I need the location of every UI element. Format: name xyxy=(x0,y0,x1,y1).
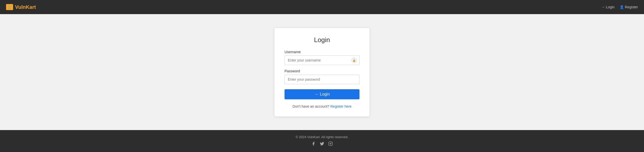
login-card: Login Username 🔒 Password → Login xyxy=(274,28,370,117)
svg-rect-2 xyxy=(329,142,333,146)
login-arrow-icon: → xyxy=(601,5,605,9)
navbar: 🛒 VulnKart → Login 👤 Register xyxy=(0,0,644,14)
login-title: Login xyxy=(285,36,359,44)
instagram-icon[interactable] xyxy=(328,141,333,147)
brand-icon: 🛒 xyxy=(6,4,13,10)
login-button-label: Login xyxy=(320,92,330,97)
main-content: Login Username 🔒 Password → Login xyxy=(0,14,644,130)
password-input[interactable] xyxy=(285,75,359,84)
nav-login-label: Login xyxy=(606,5,615,9)
username-lock-icon: 🔒 xyxy=(351,57,357,63)
password-input-wrapper xyxy=(285,75,359,84)
nav-login-link[interactable]: → Login xyxy=(601,5,615,9)
facebook-icon[interactable] xyxy=(311,141,316,147)
username-input-wrapper: 🔒 xyxy=(285,55,359,65)
footer: © 2024 VulnKart. All rights reserved. xyxy=(0,130,644,152)
twitter-icon[interactable] xyxy=(320,141,324,147)
username-group: Username 🔒 xyxy=(285,50,359,65)
register-prompt-text: Don't have an account? Register here xyxy=(285,104,359,108)
register-prompt-static: Don't have an account? xyxy=(293,104,330,108)
password-label: Password xyxy=(285,69,359,73)
svg-text:🔒: 🔒 xyxy=(352,58,356,62)
username-input[interactable] xyxy=(285,55,359,65)
footer-copyright: © 2024 VulnKart. All rights reserved. xyxy=(5,135,639,139)
user-icon: 👤 xyxy=(620,5,624,9)
login-button[interactable]: → Login xyxy=(285,89,359,99)
svg-point-3 xyxy=(330,143,331,144)
navbar-links: → Login 👤 Register xyxy=(601,5,638,9)
brand-name: VulnKart xyxy=(15,4,36,10)
brand-logo[interactable]: 🛒 VulnKart xyxy=(6,4,36,10)
nav-register-link[interactable]: 👤 Register xyxy=(620,5,638,9)
password-group: Password xyxy=(285,69,359,84)
footer-social-icons xyxy=(5,141,639,147)
register-here-link[interactable]: Register here xyxy=(330,104,351,108)
username-label: Username xyxy=(285,50,359,54)
nav-register-label: Register xyxy=(625,5,638,9)
login-button-icon: → xyxy=(314,92,318,97)
